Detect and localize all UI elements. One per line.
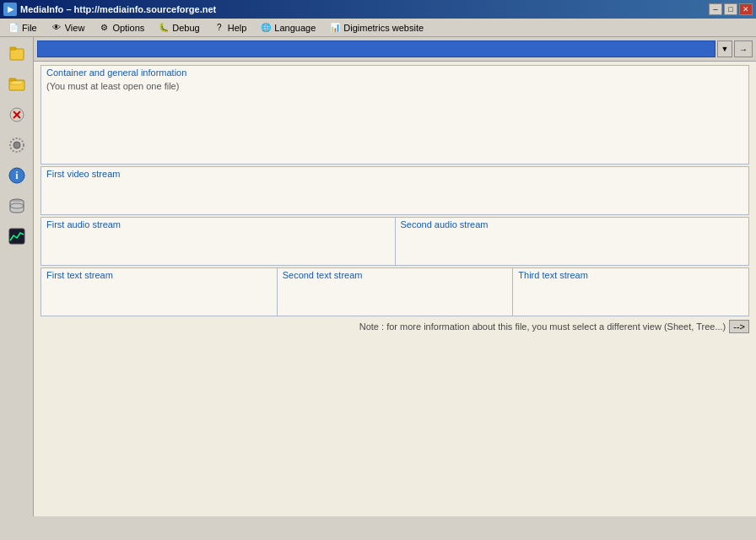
main-layout: i ▼ → Container and general infor — [0, 37, 756, 516]
second-audio-panel: Second audio stream — [396, 218, 749, 265]
menu-digimetrics[interactable]: 📊 Digimetrics website — [323, 19, 429, 36]
sidebar-settings[interactable] — [3, 132, 30, 159]
content-area: ▼ → Container and general information (Y… — [34, 37, 756, 516]
container-section: Container and general information (You m… — [40, 65, 749, 165]
menu-view[interactable]: 👁 View — [45, 19, 91, 36]
help-menu-icon: ? — [213, 22, 225, 34]
menu-options-label: Options — [112, 23, 144, 33]
text-streams-row: First text stream Second text stream Thi… — [40, 267, 749, 316]
file-menu-icon: 📄 — [8, 22, 19, 34]
second-text-title: Second text stream — [278, 268, 513, 282]
address-bar-row: ▼ → — [34, 37, 756, 62]
sidebar: i — [0, 37, 34, 516]
sidebar-database[interactable] — [3, 192, 30, 219]
container-body: (You must at least open one file) — [41, 79, 748, 164]
first-text-body — [41, 282, 277, 316]
svg-point-7 — [14, 142, 20, 148]
first-audio-title: First audio stream — [41, 218, 395, 231]
address-go-button[interactable]: → — [734, 40, 753, 57]
svg-rect-1 — [10, 47, 16, 50]
container-title: Container and general information — [41, 66, 748, 79]
audio-streams-row: First audio stream Second audio stream — [40, 217, 749, 266]
menu-file-label: File — [22, 23, 37, 33]
app-icon: ▶ — [3, 3, 17, 16]
video-stream-body — [41, 181, 748, 214]
first-text-panel: First text stream — [41, 268, 278, 316]
menu-help-label: Help — [228, 23, 247, 33]
digimetrics-menu-icon: 📊 — [329, 22, 341, 34]
note-button[interactable]: --> — [729, 320, 749, 333]
third-text-panel: Third text stream — [513, 268, 748, 316]
note-bar: Note : for more information about this f… — [34, 316, 756, 337]
options-menu-icon: ⚙ — [98, 22, 110, 34]
menu-bar: 📄 File 👁 View ⚙ Options 🐛 Debug ? Help 🌐… — [0, 19, 756, 37]
svg-rect-13 — [9, 229, 24, 244]
maximize-button[interactable]: □ — [724, 3, 737, 15]
svg-rect-3 — [9, 78, 16, 81]
title-text: MediaInfo – http://mediainfo.sourceforge… — [20, 4, 216, 14]
second-audio-title: Second audio stream — [396, 218, 749, 231]
title-controls: – □ ✕ — [709, 3, 753, 15]
view-menu-icon: 👁 — [51, 22, 62, 34]
close-button[interactable]: ✕ — [739, 3, 753, 15]
menu-digimetrics-label: Digimetrics website — [343, 23, 424, 33]
third-text-title: Third text stream — [513, 268, 748, 282]
debug-menu-icon: 🐛 — [158, 22, 170, 34]
menu-language[interactable]: 🌐 Language — [254, 19, 321, 36]
menu-debug-label: Debug — [172, 23, 199, 33]
video-section: First video stream — [40, 166, 749, 215]
title-bar: ▶ MediaInfo – http://mediainfo.sourcefor… — [0, 0, 756, 19]
sidebar-close[interactable] — [3, 101, 30, 128]
menu-language-label: Language — [274, 23, 316, 33]
video-stream-title: First video stream — [41, 167, 748, 181]
menu-file[interactable]: 📄 File — [2, 19, 43, 36]
second-text-body — [278, 282, 513, 316]
title-bar-left: ▶ MediaInfo – http://mediainfo.sourcefor… — [3, 3, 216, 16]
address-input[interactable] — [37, 40, 716, 57]
sidebar-info[interactable]: i — [3, 162, 30, 189]
minimize-button[interactable]: – — [709, 3, 722, 15]
menu-debug[interactable]: 🐛 Debug — [152, 19, 205, 36]
menu-options[interactable]: ⚙ Options — [92, 19, 150, 36]
first-audio-panel: First audio stream — [41, 218, 396, 265]
menu-view-label: View — [65, 23, 85, 33]
sidebar-open-folder[interactable] — [3, 71, 30, 98]
first-text-title: First text stream — [41, 268, 277, 282]
first-audio-body — [41, 231, 395, 265]
second-audio-body — [396, 231, 749, 265]
note-text: Note : for more information about this f… — [359, 321, 726, 332]
menu-help[interactable]: ? Help — [208, 19, 253, 36]
address-dropdown[interactable]: ▼ — [717, 40, 732, 57]
language-menu-icon: 🌐 — [260, 22, 272, 34]
svg-rect-0 — [10, 49, 24, 60]
sidebar-graph[interactable] — [3, 223, 30, 250]
sidebar-open-file[interactable] — [3, 40, 30, 68]
second-text-panel: Second text stream — [278, 268, 514, 316]
third-text-body — [513, 282, 748, 316]
container-body-text: (You must at least open one file) — [46, 81, 179, 91]
